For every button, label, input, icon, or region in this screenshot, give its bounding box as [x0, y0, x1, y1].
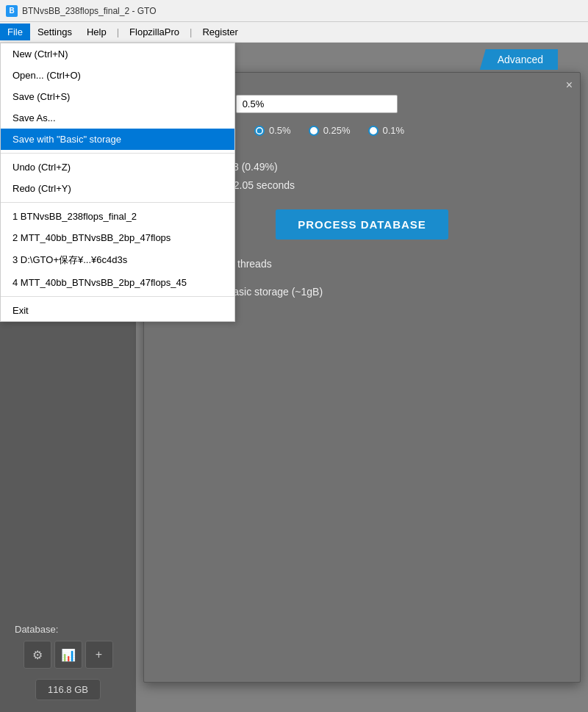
file-dropdown: New (Ctrl+N) Open... (Ctrl+O) Save (Ctrl… [0, 43, 235, 322]
database-label: Database: [15, 624, 58, 635]
menu-recent-3[interactable]: 3 D:\GTO+保存¥...¥6c4d3s [1, 248, 234, 272]
target-dev-input[interactable] [236, 95, 398, 113]
storage-size: 116.8 GB [35, 679, 101, 700]
db-icon-group: ⚙ 📊 + [24, 641, 113, 669]
db-settings-icon[interactable]: ⚙ [24, 641, 51, 669]
radio-0.25-circle [309, 126, 319, 136]
title-bar: B BTNvsBB_238flops_final_2 - GTO [0, 0, 588, 22]
radio-0.5-label: 0.5% [269, 125, 291, 136]
menu-open[interactable]: Open... (Ctrl+O) [1, 65, 234, 86]
menu-recent-1[interactable]: 1 BTNvsBB_238flops_final_2 [1, 206, 234, 227]
window-title: BTNvsBB_238flops_final_2 - GTO [22, 6, 157, 16]
threads-label: threads [237, 258, 272, 270]
separator-2: | [187, 26, 195, 37]
menu-help[interactable]: Help [79, 24, 114, 40]
menu-recent-4[interactable]: 4 MTT_40bb_BTNvsBB_2bp_47flops_45 [1, 272, 234, 293]
storage-toggle-label: Basic storage (~1gB) [226, 286, 323, 298]
menu-undo[interactable]: Undo (Ctrl+Z) [1, 157, 234, 178]
radio-0.1[interactable]: 0.1% [368, 125, 405, 136]
db-stats-icon[interactable]: 📊 [54, 641, 82, 669]
radio-0.5-circle [254, 126, 265, 136]
separator-c [1, 296, 234, 297]
menu-save[interactable]: Save (Ctrl+S) [1, 86, 234, 107]
menu-save-as[interactable]: Save As... [1, 107, 234, 129]
separator-1: | [114, 26, 122, 37]
radio-0.1-circle [368, 126, 379, 136]
menu-exit[interactable]: Exit [1, 300, 234, 321]
close-button[interactable]: × [566, 79, 573, 92]
stats-dev: dEV: 0.268 (0.49%) [188, 158, 551, 176]
stats-time: Time: 9992.05 seconds [188, 176, 551, 195]
menu-settings[interactable]: Settings [30, 24, 79, 40]
menu-bar: File Settings Help | FlopzillaPro | Regi… [0, 22, 588, 43]
sidebar-bottom: Database: ⚙ 📊 + 116.8 GB [0, 624, 136, 700]
separator-b [1, 202, 234, 203]
advanced-tab[interactable]: Advanced [480, 49, 558, 70]
menu-redo[interactable]: Redo (Ctrl+Y) [1, 178, 234, 199]
radio-0.1-label: 0.1% [383, 125, 405, 136]
radio-0.25[interactable]: 0.25% [309, 125, 351, 136]
menu-register[interactable]: Register [195, 24, 245, 40]
menu-save-basic[interactable]: Save with "Basic" storage [1, 129, 234, 150]
menu-flopzillapro[interactable]: FlopzillaPro [122, 24, 187, 40]
menu-file[interactable]: File [0, 24, 30, 40]
app-icon: B [6, 5, 18, 17]
radio-0.25-label: 0.25% [323, 125, 351, 136]
menu-new[interactable]: New (Ctrl+N) [1, 43, 234, 65]
radio-0.5[interactable]: 0.5% [254, 125, 291, 136]
db-add-icon[interactable]: + [85, 641, 113, 669]
menu-recent-2[interactable]: 2 MTT_40bb_BTNvsBB_2bp_47flops [1, 227, 234, 248]
separator-a [1, 153, 234, 154]
process-database-button[interactable]: PROCESS DATABASE [276, 209, 448, 240]
